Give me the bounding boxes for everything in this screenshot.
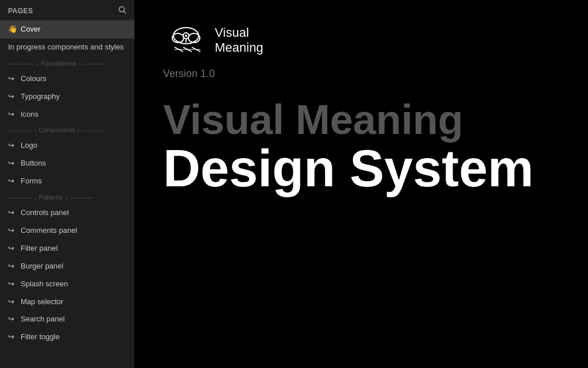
sidebar-item-buttons[interactable]: ↪Buttons xyxy=(0,155,134,172)
sidebar-label-map-selector: Map selector xyxy=(21,297,63,307)
sidebar-label-in-progress: In progress components and styles xyxy=(8,43,124,52)
sidebar-item-filter-panel[interactable]: ↪Filter panel xyxy=(0,240,134,258)
sidebar-icon-colours: ↪ xyxy=(8,74,17,84)
sidebar-item-filter-toggle[interactable]: ↪Filter toggle xyxy=(0,328,134,346)
sidebar-label-burger-panel: Burger panel xyxy=(21,262,63,271)
sidebar-item-splash-screen[interactable]: ↪Splash screen xyxy=(0,275,134,293)
sidebar-icon-map-selector: ↪ xyxy=(8,297,17,307)
sidebar-label-splash-screen: Splash screen xyxy=(21,279,68,289)
sidebar-label-filter-panel: Filter panel xyxy=(21,244,57,254)
sidebar: Pages 👋CoverIn progress components and s… xyxy=(0,0,134,368)
sidebar-icon-controls-panel: ↪ xyxy=(8,208,17,218)
main-content: Visual Meaning Version 1.0 Visual Meanin… xyxy=(134,0,588,368)
sidebar-label-comments-panel: Comments panel xyxy=(21,226,77,236)
logo-svg xyxy=(163,23,209,57)
sidebar-item-comments-panel[interactable]: ↪Comments panel xyxy=(0,222,134,240)
sidebar-label-typography: Typography xyxy=(21,92,60,102)
sidebar-icon-filter-toggle: ↪ xyxy=(8,332,17,342)
sidebar-item-search-panel[interactable]: ↪Search panel xyxy=(0,310,134,328)
svg-point-6 xyxy=(185,34,187,37)
sidebar-label-colours: Colours xyxy=(21,74,47,84)
sidebar-item-burger-panel[interactable]: ↪Burger panel xyxy=(0,258,134,275)
sidebar-item-cover[interactable]: 👋Cover xyxy=(0,21,134,39)
sidebar-icon-forms: ↪ xyxy=(8,177,17,186)
sidebar-icon-filter-panel: ↪ xyxy=(8,244,17,254)
brand-subtitle: Design System xyxy=(163,143,533,194)
sidebar-item-icons[interactable]: ↪Icons xyxy=(0,106,134,124)
sidebar-item-logo[interactable]: ↪Logo xyxy=(0,137,134,155)
sidebar-icon-buttons: ↪ xyxy=(8,159,17,168)
sidebar-icon-burger-panel: ↪ xyxy=(8,262,17,271)
sidebar-divider-divider-components: ----------- ↓ Components ↓ ----------- xyxy=(0,123,134,137)
sidebar-label-icons: Icons xyxy=(21,110,38,120)
sidebar-icon-icons: ↪ xyxy=(8,110,17,120)
logo-meaning: Meaning xyxy=(215,40,263,55)
sidebar-item-in-progress[interactable]: In progress components and styles xyxy=(0,39,134,56)
sidebar-items: 👋CoverIn progress components and styles-… xyxy=(0,21,134,346)
brand-title: Visual Meaning xyxy=(163,97,463,143)
search-icon[interactable] xyxy=(118,6,126,16)
sidebar-item-forms[interactable]: ↪Forms xyxy=(0,172,134,190)
logo-area: Visual Meaning xyxy=(163,23,263,57)
sidebar-label-logo: Logo xyxy=(21,141,37,151)
sidebar-item-controls-panel[interactable]: ↪Controls panel xyxy=(0,204,134,222)
sidebar-label-search-panel: Search panel xyxy=(21,315,65,324)
sidebar-divider-divider-foundations: ------------ ↓ Foundations ↓ ----------. xyxy=(0,56,134,70)
sidebar-label-cover: Cover xyxy=(21,25,41,34)
sidebar-label-forms: Forms xyxy=(21,177,42,186)
sidebar-item-map-selector[interactable]: ↪Map selector xyxy=(0,293,134,311)
sidebar-icon-typography: ↪ xyxy=(8,92,17,102)
sidebar-header: Pages xyxy=(0,0,134,21)
pages-label: Pages xyxy=(8,7,33,15)
logo-text-area: Visual Meaning xyxy=(215,25,263,56)
logo-visual: Visual xyxy=(215,25,263,40)
sidebar-item-colours[interactable]: ↪Colours xyxy=(0,70,134,88)
sidebar-icon-splash-screen: ↪ xyxy=(8,279,17,289)
sidebar-icon-search-panel: ↪ xyxy=(8,315,17,324)
sidebar-icon-logo: ↪ xyxy=(8,141,17,151)
sidebar-label-filter-toggle: Filter toggle xyxy=(21,332,60,342)
sidebar-label-buttons: Buttons xyxy=(21,159,46,168)
sidebar-icon-comments-panel: ↪ xyxy=(8,226,17,236)
version-label: Version 1.0 xyxy=(163,68,215,80)
sidebar-divider-divider-patterns: ----------- ↓ Patterns ↓ ----------- xyxy=(0,190,134,204)
sidebar-item-typography[interactable]: ↪Typography xyxy=(0,88,134,106)
svg-line-1 xyxy=(124,12,126,14)
sidebar-icon-cover: 👋 xyxy=(8,25,17,34)
sidebar-label-controls-panel: Controls panel xyxy=(21,208,69,218)
